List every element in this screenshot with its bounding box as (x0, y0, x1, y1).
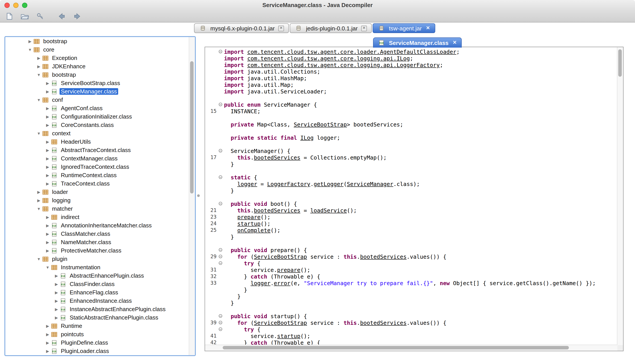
jar-tab[interactable]: jedis-plugin-0.0.1.jar✕ (290, 23, 372, 33)
code-link[interactable]: ServiceBootStrap (254, 320, 307, 326)
fold-collapse-icon[interactable] (219, 202, 222, 205)
tree-item[interactable]: ▶010ServiceManager.class (5, 87, 189, 96)
code-link[interactable]: getLogger (314, 181, 343, 187)
tree-item[interactable]: ▶Exception (5, 54, 189, 62)
code-panel[interactable]: import com.tencent.cloud.tsw.agent.core.… (205, 47, 623, 351)
tab-close-icon[interactable]: ✕ (278, 25, 284, 31)
fold-collapse-icon[interactable] (219, 50, 222, 53)
open-file-icon[interactable] (5, 12, 14, 21)
tree-collapsed-arrow-icon[interactable]: ▶ (36, 56, 42, 60)
tree-item[interactable]: ▶010ProtectiveMatcher.class (5, 246, 189, 255)
fold-collapse-icon[interactable] (219, 314, 222, 318)
fold-collapse-icon[interactable] (219, 248, 222, 252)
tree-item[interactable]: ▼conf (5, 96, 189, 104)
code-link[interactable]: bootedServices (360, 320, 407, 326)
code-link[interactable]: ServiceBootStrap (294, 121, 347, 128)
tree-expanded-arrow-icon[interactable]: ▼ (36, 206, 42, 211)
tree-collapsed-arrow-icon[interactable]: ▶ (45, 164, 50, 169)
back-arrow-icon[interactable] (57, 12, 67, 21)
fold-collapse-icon[interactable] (219, 261, 222, 265)
tree-collapsed-arrow-icon[interactable]: ▶ (45, 156, 50, 161)
tree-collapsed-arrow-icon[interactable]: ▶ (45, 232, 50, 236)
editor-tab[interactable]: 010 ServiceManager.class ✕ (373, 38, 462, 48)
tree-item[interactable]: ▶indirect (5, 213, 189, 221)
tree-item[interactable]: ▶pointcuts (5, 330, 189, 338)
code-link[interactable]: bootedServices (254, 207, 301, 214)
tree-collapsed-arrow-icon[interactable]: ▶ (45, 215, 50, 219)
splitter-handle[interactable] (197, 194, 200, 197)
fold-collapse-icon[interactable] (219, 328, 222, 331)
code-link[interactable]: LoggerFactory (267, 181, 310, 187)
tree-item[interactable]: ▼Instrumentation (5, 263, 189, 272)
code-link[interactable]: ServiceBootStrap (254, 254, 307, 260)
code-link[interactable]: prepare (277, 266, 300, 273)
tree-expanded-arrow-icon[interactable]: ▼ (36, 131, 42, 136)
tab-close-icon[interactable]: ✕ (425, 26, 431, 31)
code-link[interactable]: prepare (237, 214, 260, 220)
tree-expanded-arrow-icon[interactable]: ▼ (36, 72, 42, 77)
tree-collapsed-arrow-icon[interactable]: ▶ (45, 140, 50, 144)
tree-collapsed-arrow-icon[interactable]: ▶ (36, 64, 42, 68)
tree-collapsed-arrow-icon[interactable]: ▶ (54, 290, 59, 294)
tree-item[interactable]: ▶010ConfigurationInitializer.class (5, 112, 189, 121)
tree-collapsed-arrow-icon[interactable]: ▶ (45, 181, 50, 186)
tree-collapsed-arrow-icon[interactable]: ▶ (45, 81, 50, 85)
tree-collapsed-arrow-icon[interactable]: ▶ (45, 240, 50, 244)
fold-collapse-icon[interactable] (219, 321, 222, 324)
tree-expanded-arrow-icon[interactable]: ▼ (45, 265, 50, 270)
tree-collapsed-arrow-icon[interactable]: ▶ (54, 315, 59, 320)
tree-item[interactable]: ▶010ClassMatcher.class (5, 230, 189, 238)
tree-item[interactable]: ▼core (5, 46, 189, 54)
code-vertical-scrollbar[interactable] (617, 47, 623, 345)
tree-collapsed-arrow-icon[interactable]: ▶ (27, 39, 33, 44)
tree-collapsed-arrow-icon[interactable]: ▶ (54, 274, 59, 278)
tree-collapsed-arrow-icon[interactable]: ▶ (45, 332, 50, 336)
tree-item[interactable]: ▶010PluginLoader.class (5, 347, 189, 355)
code-link[interactable]: onComplete (237, 227, 271, 234)
code-link[interactable]: ILog (300, 134, 314, 141)
open-folder-icon[interactable] (20, 12, 30, 21)
key-icon[interactable] (35, 12, 45, 21)
tree-expanded-arrow-icon[interactable]: ▼ (36, 98, 42, 102)
tree-collapsed-arrow-icon[interactable]: ▶ (45, 114, 50, 119)
editor-tab-close-icon[interactable]: ✕ (452, 40, 457, 46)
tree-collapsed-arrow-icon[interactable]: ▶ (45, 223, 50, 228)
tree-item[interactable]: ▶010ContextManager.class (5, 154, 189, 162)
code-horizontal-scrollbar[interactable] (205, 344, 617, 351)
tree-collapsed-arrow-icon[interactable]: ▶ (45, 324, 50, 328)
package-tree-panel[interactable]: ▶bootstrap▼core▶Exception▶JDKEnhance▼boo… (5, 36, 196, 356)
tree-item[interactable]: ▶010IgnoredTraceContext.class (5, 162, 189, 171)
code-link[interactable]: com.tencent.cloud.tsw.agent.core.logging… (247, 62, 440, 68)
tree-item[interactable]: ▶Runtime (5, 322, 189, 330)
fold-collapse-icon[interactable] (219, 255, 222, 258)
code-link[interactable]: com.tencent.cloud.tsw.agent.core.logging… (247, 55, 410, 62)
forward-arrow-icon[interactable] (72, 12, 82, 21)
tree-item[interactable]: ▼bootstrap (5, 70, 189, 79)
tree-item[interactable]: ▶010EnhancedInstance.class (5, 296, 189, 305)
tree-item[interactable]: ▼matcher (5, 204, 189, 213)
tree-item[interactable]: ▶010InstanceAbstractEnhancePlugin.class (5, 305, 189, 313)
tree-collapsed-arrow-icon[interactable]: ▶ (45, 349, 50, 353)
tree-item[interactable]: ▶010ServiceBootStrap.class (5, 79, 189, 87)
jar-tab[interactable]: tsw-agent.jar✕ (373, 23, 435, 33)
tree-item[interactable]: ▶010StaticAbstractEnhancePlugin.class (5, 313, 189, 322)
tree-scrollbar-thumb[interactable] (190, 61, 194, 194)
code-link[interactable]: error (274, 280, 290, 286)
tree-item[interactable]: ▶HeaderUtils (5, 138, 189, 146)
tree-collapsed-arrow-icon[interactable]: ▶ (45, 106, 50, 110)
code-link[interactable]: startup (277, 333, 300, 339)
tree-item[interactable]: ▶010RuntimeContext.class (5, 171, 189, 179)
tree-collapsed-arrow-icon[interactable]: ▶ (45, 89, 50, 94)
tree-collapsed-arrow-icon[interactable]: ▶ (45, 340, 50, 345)
tree-item[interactable]: ▼context (5, 129, 189, 138)
tree-item[interactable]: ▶loader (5, 188, 189, 196)
tree-collapsed-arrow-icon[interactable]: ▶ (45, 173, 50, 177)
tree-collapsed-arrow-icon[interactable]: ▶ (36, 190, 42, 194)
tree-item[interactable]: ▶010AgentConf.class (5, 104, 189, 112)
tree-collapsed-arrow-icon[interactable]: ▶ (45, 248, 50, 253)
tree-item[interactable]: ▶JDKEnhance (5, 62, 189, 70)
code-link[interactable]: startup (237, 220, 260, 227)
tree-expanded-arrow-icon[interactable]: ▼ (36, 257, 42, 261)
tree-collapsed-arrow-icon[interactable]: ▶ (54, 298, 59, 303)
tree-collapsed-arrow-icon[interactable]: ▶ (45, 148, 50, 152)
